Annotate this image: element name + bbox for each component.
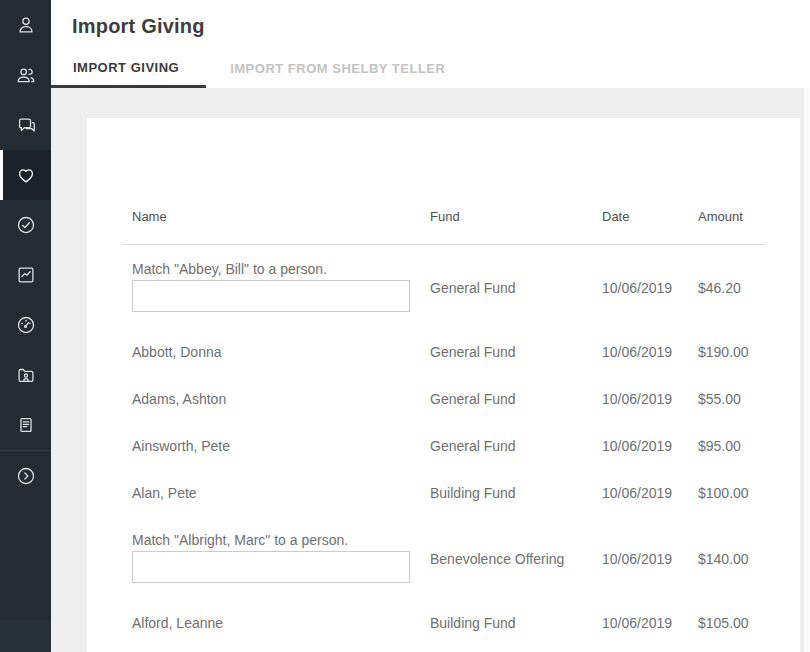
chart-icon [15, 264, 37, 286]
sidebar-bottom-block [0, 620, 51, 652]
giving-row: Abbott, DonnaGeneral Fund10/06/2019$190.… [122, 328, 765, 375]
fund-cell: General Fund [420, 375, 592, 422]
date-cell: 10/06/2019 [592, 422, 688, 469]
column-header-fund: Fund [420, 209, 592, 224]
document-icon [15, 414, 37, 436]
gauge-icon [15, 314, 37, 336]
sidebar-item-reports[interactable] [0, 250, 51, 300]
chat-icon [15, 114, 37, 136]
chevron-circle-icon [15, 465, 37, 487]
date-cell: 10/06/2019 [592, 375, 688, 422]
amount-cell: $46.20 [688, 245, 765, 328]
check-circle-icon [15, 214, 37, 236]
match-row: Match "Albright, Marc" to a person.Benev… [122, 516, 765, 599]
content-area: NameFundDateAmount Match "Abbey, Bill" t… [51, 88, 810, 652]
table-header-row: NameFundDateAmount [122, 209, 765, 245]
giving-row: Alan, PeteBuilding Fund10/06/2019$100.00 [122, 469, 765, 516]
match-row: Match "Abbey, Bill" to a person.General … [122, 245, 765, 328]
match-label: Match "Albright, Marc" to a person. [132, 533, 420, 548]
date-cell: 10/06/2019 [592, 328, 688, 375]
amount-cell: $55.00 [688, 375, 765, 422]
sidebar-item-messages[interactable] [0, 100, 51, 150]
name-cell: Alan, Pete [122, 469, 420, 516]
fund-cell: Building Fund [420, 469, 592, 516]
column-header-amount: Amount [688, 209, 765, 224]
page-title: Import Giving [51, 0, 810, 38]
tab-import-giving[interactable]: IMPORT GIVING [51, 60, 206, 88]
match-person-input[interactable] [132, 551, 410, 583]
giving-table: NameFundDateAmount Match "Abbey, Bill" t… [122, 209, 765, 646]
sidebar-item-forms[interactable] [0, 400, 51, 450]
giving-row: Ainsworth, PeteGeneral Fund10/06/2019$95… [122, 422, 765, 469]
amount-cell: $100.00 [688, 469, 765, 516]
fund-cell: General Fund [420, 328, 592, 375]
sidebar-item-person[interactable] [0, 0, 51, 50]
giving-row: Adams, AshtonGeneral Fund10/06/2019$55.0… [122, 375, 765, 422]
sidebar-item-tasks[interactable] [0, 200, 51, 250]
match-label: Match "Abbey, Bill" to a person. [132, 262, 420, 277]
name-cell: Abbott, Donna [122, 328, 420, 375]
date-cell: 10/06/2019 [592, 599, 688, 646]
tab-import-from-shelby-teller[interactable]: IMPORT FROM SHELBY TELLER [230, 61, 445, 88]
user-icon [15, 14, 37, 36]
folder-person-icon [15, 364, 37, 386]
page-header: Import Giving IMPORT GIVINGIMPORT FROM S… [51, 0, 810, 88]
sidebar-item-giving[interactable] [0, 150, 51, 200]
amount-cell: $95.00 [688, 422, 765, 469]
import-card: NameFundDateAmount Match "Abbey, Bill" t… [87, 118, 800, 652]
column-header-name: Name [122, 209, 420, 224]
match-cell: Match "Abbey, Bill" to a person. [122, 245, 420, 328]
amount-cell: $190.00 [688, 328, 765, 375]
main-area: Import Giving IMPORT GIVINGIMPORT FROM S… [51, 0, 810, 652]
users-icon [15, 64, 37, 86]
fund-cell: General Fund [420, 245, 592, 328]
fund-cell: General Fund [420, 422, 592, 469]
sidebar-item-people[interactable] [0, 50, 51, 100]
date-cell: 10/06/2019 [592, 469, 688, 516]
vertical-scrollbar[interactable] [804, 88, 810, 652]
sidebar-item-dashboard[interactable] [0, 300, 51, 350]
date-cell: 10/06/2019 [592, 245, 688, 328]
match-person-input[interactable] [132, 280, 410, 312]
sidebar-item-expand[interactable] [0, 450, 51, 501]
amount-cell: $105.00 [688, 599, 765, 646]
table-body: Match "Abbey, Bill" to a person.General … [122, 245, 765, 646]
name-cell: Ainsworth, Pete [122, 422, 420, 469]
date-cell: 10/06/2019 [592, 516, 688, 599]
sidebar-item-directory[interactable] [0, 350, 51, 400]
name-cell: Alford, Leanne [122, 599, 420, 646]
giving-row: Alford, LeanneBuilding Fund10/06/2019$10… [122, 599, 765, 646]
name-cell: Adams, Ashton [122, 375, 420, 422]
fund-cell: Building Fund [420, 599, 592, 646]
amount-cell: $140.00 [688, 516, 765, 599]
fund-cell: Benevolence Offering [420, 516, 592, 599]
tabs: IMPORT GIVINGIMPORT FROM SHELBY TELLER [51, 60, 445, 88]
column-header-date: Date [592, 209, 688, 224]
heart-icon [15, 164, 37, 186]
match-cell: Match "Albright, Marc" to a person. [122, 516, 420, 599]
sidebar [0, 0, 51, 652]
